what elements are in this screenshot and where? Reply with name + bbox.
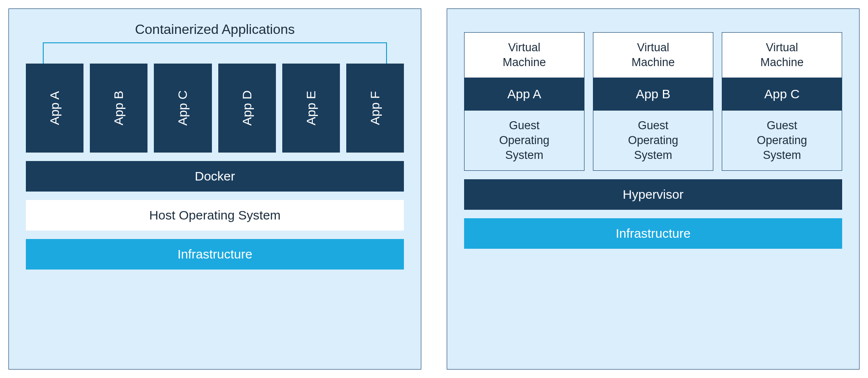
app-box: App B: [90, 64, 147, 153]
vm-guest-os: GuestOperatingSystem: [465, 111, 584, 170]
vm-app: App A: [465, 78, 584, 111]
containers-panel: Containerized Applications App A App B A…: [8, 8, 421, 370]
infrastructure-layer: Infrastructure: [26, 239, 404, 270]
app-box: App F: [346, 64, 404, 153]
host-os-layer: Host Operating System: [26, 200, 404, 231]
vm-guest-os: GuestOperatingSystem: [593, 111, 713, 170]
apps-row: App A App B App C App D App E App F: [26, 64, 404, 153]
app-box: App D: [218, 64, 276, 153]
vm-title: VirtualMachine: [465, 33, 584, 78]
bracket-decoration: [30, 42, 400, 64]
infrastructure-layer: Infrastructure: [464, 218, 842, 249]
app-label: App C: [175, 90, 190, 125]
vm-box: VirtualMachine App B GuestOperatingSyste…: [593, 32, 713, 171]
app-box: App A: [26, 64, 83, 153]
app-label: App F: [368, 91, 382, 125]
vm-app: App C: [722, 78, 842, 111]
app-box: App E: [282, 64, 340, 153]
hypervisor-layer: Hypervisor: [464, 179, 842, 210]
vm-title: VirtualMachine: [722, 33, 842, 78]
containers-title: Containerized Applications: [26, 22, 404, 37]
app-label: App B: [111, 91, 126, 125]
docker-layer: Docker: [26, 161, 404, 192]
app-label: App D: [240, 90, 254, 125]
app-label: App A: [47, 91, 62, 125]
app-box: App C: [154, 64, 211, 153]
vm-box: VirtualMachine App A GuestOperatingSyste…: [464, 32, 584, 171]
vms-row: VirtualMachine App A GuestOperatingSyste…: [464, 32, 842, 171]
vm-app: App B: [593, 78, 713, 111]
vm-box: VirtualMachine App C GuestOperatingSyste…: [722, 32, 842, 171]
app-label: App E: [304, 91, 318, 125]
vms-panel: VirtualMachine App A GuestOperatingSyste…: [447, 8, 860, 370]
vm-guest-os: GuestOperatingSystem: [722, 111, 842, 170]
vm-title: VirtualMachine: [593, 33, 713, 78]
